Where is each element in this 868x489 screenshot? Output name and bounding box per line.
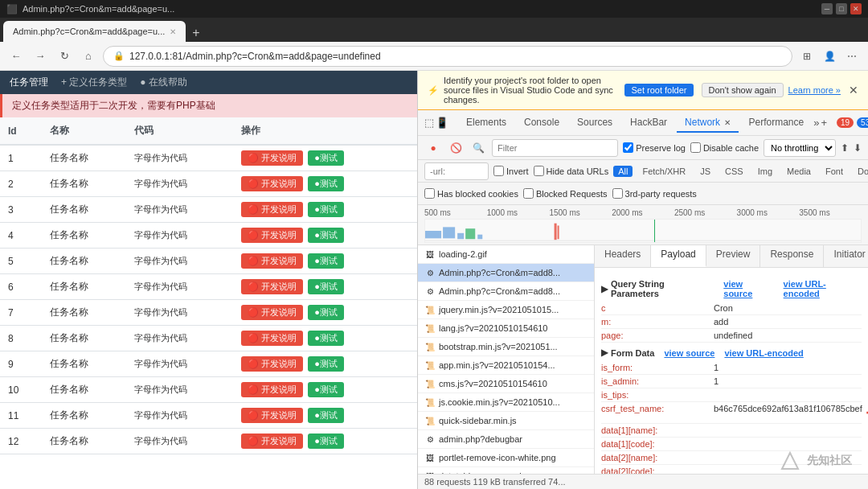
third-party-label[interactable]: 3rd-party requests bbox=[612, 188, 697, 199]
disable-cache-checkbox[interactable] bbox=[690, 142, 701, 153]
tab-performance[interactable]: Performance bbox=[740, 113, 812, 133]
dev-button[interactable]: 🔴 开发说明 bbox=[241, 331, 303, 346]
close-button[interactable]: ✕ bbox=[850, 3, 862, 14]
filter-icon[interactable]: 🔍 bbox=[469, 139, 487, 157]
detail-tab-initiator[interactable]: Initiator bbox=[824, 245, 868, 267]
set-root-button[interactable]: Set root folder bbox=[624, 84, 693, 97]
js-btn[interactable]: JS bbox=[695, 166, 715, 177]
tab-hackbar[interactable]: HackBar bbox=[622, 113, 675, 133]
css-btn[interactable]: CSS bbox=[720, 166, 748, 177]
network-item[interactable]: 📜jquery.min.js?v=2021051015... bbox=[418, 301, 594, 319]
import-icon[interactable]: ⬆ bbox=[841, 142, 849, 154]
has-blocked-checkbox[interactable] bbox=[424, 188, 435, 199]
dev-button[interactable]: 🔴 开发说明 bbox=[241, 356, 303, 372]
nav-online-help[interactable]: ● 在线帮助 bbox=[137, 76, 187, 89]
preserve-log-checkbox[interactable] bbox=[623, 142, 633, 153]
notification-close[interactable]: ✕ bbox=[849, 84, 858, 97]
active-tab[interactable]: Admin.php?c=Cron&m=add&page=u... ✕ bbox=[3, 21, 186, 42]
detail-tab-headers[interactable]: Headers bbox=[595, 245, 651, 267]
doc-btn[interactable]: Doc bbox=[853, 166, 868, 177]
test-button[interactable]: ●测试 bbox=[308, 408, 344, 423]
form-data-title[interactable]: ▶ Form Data view source view URL-encoded bbox=[601, 347, 862, 358]
network-item[interactable]: 📜lang.js?v=20210510154610 bbox=[418, 319, 594, 338]
learn-more-link[interactable]: Learn more » bbox=[788, 85, 841, 95]
network-item[interactable]: 🖼loading-2.gif bbox=[418, 245, 594, 264]
network-item[interactable]: 📜quick-sidebar.min.js bbox=[418, 412, 594, 430]
font-btn[interactable]: Font bbox=[821, 166, 848, 177]
all-button[interactable]: All bbox=[613, 166, 633, 177]
form-view-source-link[interactable]: view source bbox=[664, 348, 714, 358]
network-item[interactable]: 📜bootstrap.min.js?v=2021051... bbox=[418, 338, 594, 356]
minimize-button[interactable]: ─ bbox=[821, 3, 833, 14]
network-item[interactable]: 🖼datatable-row-openclose.png bbox=[418, 467, 594, 474]
record-icon[interactable]: ● bbox=[424, 139, 442, 157]
query-params-title[interactable]: ▶ Query String Parameters view source vi… bbox=[601, 279, 862, 298]
home-button[interactable]: ⌂ bbox=[79, 47, 98, 66]
tab-console[interactable]: Console bbox=[516, 113, 567, 133]
export-icon[interactable]: ⬇ bbox=[854, 142, 862, 154]
form-view-encoded-link[interactable]: view URL-encoded bbox=[724, 348, 803, 358]
extensions-icon[interactable]: ⊞ bbox=[797, 47, 817, 66]
url-bar[interactable]: 🔒 127.0.0.1:81/Admin.php?c=Cron&m=add&pa… bbox=[103, 46, 792, 67]
tab-network[interactable]: Network ✕ bbox=[677, 113, 739, 133]
dev-button[interactable]: 🔴 开发说明 bbox=[241, 176, 303, 191]
throttle-select[interactable]: No throttling bbox=[764, 139, 836, 157]
dev-button[interactable]: 🔴 开发说明 bbox=[241, 279, 303, 294]
inspect-icon[interactable]: ⬚ bbox=[424, 113, 434, 134]
blocked-requests-checkbox[interactable] bbox=[523, 188, 534, 199]
detail-tab-response[interactable]: Response bbox=[760, 245, 824, 267]
network-close-x[interactable]: ✕ bbox=[724, 118, 731, 127]
add-tab-icon[interactable]: + bbox=[821, 113, 827, 134]
preserve-log-label[interactable]: Preserve log bbox=[623, 142, 686, 153]
hide-data-checkbox[interactable] bbox=[534, 166, 544, 176]
refresh-button[interactable]: ↻ bbox=[55, 47, 74, 66]
dev-button[interactable]: 🔴 开发说明 bbox=[241, 408, 303, 423]
network-item[interactable]: 🖼portlet-remove-icon-white.png bbox=[418, 449, 594, 467]
detail-tab-preview[interactable]: Preview bbox=[706, 245, 761, 267]
device-icon[interactable]: 📱 bbox=[436, 113, 448, 134]
more-tabs-icon[interactable]: » bbox=[813, 113, 819, 134]
dev-button[interactable]: 🔴 开发说明 bbox=[241, 202, 303, 217]
media-btn[interactable]: Media bbox=[782, 166, 816, 177]
tab-close-button[interactable]: ✕ bbox=[170, 27, 176, 36]
maximize-button[interactable]: □ bbox=[836, 3, 847, 14]
fetch-xhr-btn[interactable]: Fetch/XHR bbox=[637, 166, 690, 177]
view-source-link[interactable]: view source bbox=[723, 279, 773, 298]
window-controls[interactable]: ─ □ ✕ bbox=[821, 3, 862, 14]
user-icon[interactable]: 👤 bbox=[820, 47, 839, 66]
network-item[interactable]: 📜cms.js?v=20210510154610 bbox=[418, 375, 594, 393]
dev-button[interactable]: 🔴 开发说明 bbox=[241, 305, 303, 320]
network-item[interactable]: 📜js.cookie.min.js?v=20210510... bbox=[418, 393, 594, 412]
nav-task-mgmt[interactable]: 任务管理 bbox=[10, 76, 48, 89]
invert-label[interactable]: Invert bbox=[493, 166, 529, 176]
dev-button[interactable]: 🔴 开发说明 bbox=[241, 150, 303, 166]
test-button[interactable]: ●测试 bbox=[308, 228, 344, 243]
network-item[interactable]: 📜app.min.js?v=20210510154... bbox=[418, 356, 594, 375]
test-button[interactable]: ●测试 bbox=[308, 253, 344, 269]
blocked-requests-label[interactable]: Blocked Requests bbox=[523, 188, 608, 199]
tab-sources[interactable]: Sources bbox=[569, 113, 620, 133]
hide-data-label[interactable]: Hide data URLs bbox=[534, 166, 609, 176]
third-party-checkbox[interactable] bbox=[612, 188, 623, 199]
test-button[interactable]: ●测试 bbox=[308, 434, 344, 449]
test-button[interactable]: ●测试 bbox=[308, 356, 344, 372]
img-btn[interactable]: Img bbox=[753, 166, 777, 177]
dev-button[interactable]: 🔴 开发说明 bbox=[241, 253, 303, 269]
settings-icon[interactable]: ⋯ bbox=[842, 47, 862, 66]
network-item[interactable]: ⚙Admin.php?c=Cron&m=add8... bbox=[418, 282, 594, 301]
view-encoded-link[interactable]: view URL-encoded bbox=[784, 279, 862, 298]
dev-button[interactable]: 🔴 开发说明 bbox=[241, 434, 303, 449]
new-tab-button[interactable]: + bbox=[187, 26, 204, 40]
network-item[interactable]: ⚙Admin.php?c=Cron&m=add8... bbox=[418, 264, 594, 282]
url-filter-input[interactable] bbox=[424, 162, 489, 180]
test-button[interactable]: ●测试 bbox=[308, 150, 344, 166]
test-button[interactable]: ●测试 bbox=[308, 279, 344, 294]
nav-define-task[interactable]: + 定义任务类型 bbox=[58, 76, 127, 89]
dev-button[interactable]: 🔴 开发说明 bbox=[241, 228, 303, 243]
detail-tab-payload[interactable]: Payload bbox=[651, 245, 706, 267]
invert-checkbox[interactable] bbox=[493, 166, 504, 176]
dev-button[interactable]: 🔴 开发说明 bbox=[241, 382, 303, 397]
has-blocked-label[interactable]: Has blocked cookies bbox=[424, 188, 518, 199]
filter-input[interactable] bbox=[492, 139, 618, 157]
dont-show-button[interactable]: Don't show again bbox=[702, 83, 784, 97]
